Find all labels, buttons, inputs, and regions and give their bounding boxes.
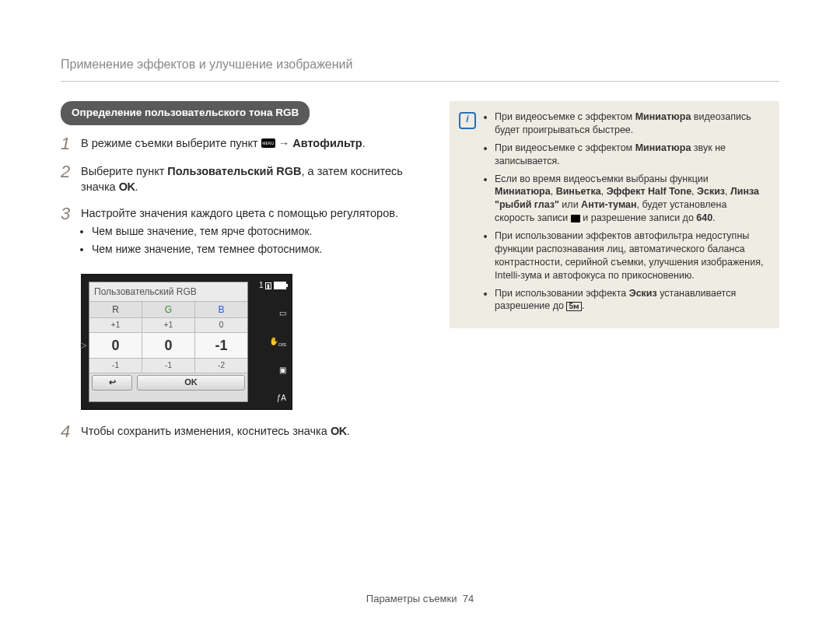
ok-glyph: OK <box>119 180 135 193</box>
sd-icon: ▮ <box>265 282 271 289</box>
b: Миниатюра <box>635 111 691 122</box>
note-item: При использовании эффекта Эскиз устанавл… <box>495 287 768 313</box>
lcd-side-icons: 1 ▮ ▭ ✋OIS ▣ ƒA <box>252 282 286 402</box>
t: , <box>691 186 697 197</box>
val: -1 <box>142 359 195 373</box>
rgb-panel: Пользовательcкий RGB R G B +1 +1 0 ▷ 0 0… <box>89 282 248 402</box>
ok-button[interactable]: OK <box>137 375 245 391</box>
arrow: → <box>278 137 293 149</box>
b: 640 <box>696 212 712 223</box>
b: Анти-туман <box>581 199 636 210</box>
card-battery: 1 ▮ <box>252 282 286 289</box>
rgb-row-down: -1 -1 -2 <box>89 358 247 373</box>
t: При видеосъемке с эффектом <box>495 111 635 122</box>
note-item: Если во время видеосъемки выбраны функци… <box>495 173 768 226</box>
panel-title: Пользовательcкий RGB <box>89 282 247 301</box>
step-number: 3 <box>61 205 81 223</box>
footer-page: 74 <box>463 593 474 604</box>
left-column: Определение пользовательского тона RGB 1… <box>61 101 418 452</box>
info-icon: i <box>459 112 476 129</box>
rgb-header: R G B <box>89 301 247 317</box>
note-box: i При видеосъемке с эффектом Миниатюра в… <box>450 101 779 328</box>
b: Миниатюра <box>635 142 691 153</box>
bullet: Чем ниже значение, тем темнее фотоснимок… <box>92 242 418 257</box>
flash-icon: ƒA <box>252 394 286 402</box>
note-list: При видеосъемке с эффектом Миниатюра вид… <box>482 110 768 313</box>
step-1: 1 В режиме съемки выберите пункт MENU → … <box>61 136 418 153</box>
step-body: Выберите пункт Пользовательский RGB, а з… <box>81 164 418 194</box>
text: . <box>135 180 138 193</box>
text: В режиме съемки выберите пункт <box>81 137 261 149</box>
t: , <box>551 186 556 197</box>
val[interactable]: -1 <box>195 333 247 358</box>
focus-icon: ▣ <box>252 366 286 374</box>
step-body: В режиме съемки выберите пункт MENU → Ав… <box>81 136 418 152</box>
t: . <box>582 300 584 311</box>
ok-glyph: OK <box>331 425 347 437</box>
step-3: 3 Настройте значения каждого цвета с пом… <box>61 206 418 260</box>
caret-icon: ▷ <box>80 333 86 358</box>
steps-list: 1 В режиме съемки выберите пункт MENU → … <box>61 136 418 441</box>
col-b: B <box>195 302 247 317</box>
back-button[interactable]: ↩ <box>92 375 132 391</box>
rec-speed-icon <box>571 215 580 222</box>
val: +1 <box>142 318 195 332</box>
step-2: 2 Выберите пункт Пользовательский RGB, а… <box>61 164 418 194</box>
col-g: G <box>142 302 195 317</box>
val: -2 <box>195 359 247 373</box>
battery-icon <box>274 282 286 289</box>
t: , <box>725 186 730 197</box>
bold: Пользовательский RGB <box>167 165 301 177</box>
val[interactable]: 0 <box>142 333 195 358</box>
t: При использовании эффекта <box>495 288 629 299</box>
page-footer: Параметры съемки 74 <box>0 592 840 606</box>
val[interactable]: 0 <box>89 333 142 358</box>
rgb-row-up: +1 +1 0 <box>89 317 247 332</box>
resolution-glyph: 5ᴍ <box>566 302 582 311</box>
b: Виньетка <box>556 186 601 197</box>
aspect-icon: ▭ <box>252 310 286 317</box>
note-item: При видеосъемке с эффектом Миниатюра вид… <box>495 110 768 137</box>
step-4: 4 Чтобы сохранить изменения, коснитесь з… <box>61 424 418 441</box>
ois-icon: ✋OIS <box>252 338 286 347</box>
target-label: Автофильтр <box>292 137 362 149</box>
t: . <box>712 212 715 223</box>
col-r: R <box>89 302 142 317</box>
section-pill: Определение пользовательского тона RGB <box>61 101 310 125</box>
text: Настройте значения каждого цвета с помощ… <box>81 207 398 219</box>
header-title: Применение эффектов и улучшение изображе… <box>61 58 352 71</box>
menu-icon: MENU <box>261 138 275 148</box>
note-item: При видеосъемке с эффектом Миниатюра зву… <box>495 142 768 168</box>
t: При видеосъемке с эффектом <box>495 142 635 153</box>
text: Выберите пункт <box>81 165 167 177</box>
rgb-row-main: ▷ 0 0 -1 <box>89 332 247 358</box>
footer-section: Параметры съемки <box>366 593 457 604</box>
step-body: Настройте значения каждого цвета с помощ… <box>81 206 418 260</box>
t: Если во время видеосъемки выбраны функци… <box>495 173 709 184</box>
note-item: При использовании эффектов автофильтра н… <box>495 229 768 282</box>
lcd-preview: Пользовательcкий RGB R G B +1 +1 0 ▷ 0 0… <box>81 274 292 410</box>
t: и разрешение записи до <box>580 212 696 223</box>
text: . <box>347 425 350 437</box>
val: +1 <box>89 318 142 332</box>
b: Эффект Half Tone <box>607 186 691 197</box>
page-header: Применение эффектов и улучшение изображе… <box>61 56 779 82</box>
text: . <box>362 137 366 149</box>
val: 0 <box>195 318 247 332</box>
step-number: 1 <box>61 135 81 153</box>
t: , <box>601 186 607 197</box>
step-number: 2 <box>61 163 81 181</box>
t: или <box>559 199 581 210</box>
sub-bullets: Чем выше значение, тем ярче фотоснимок. … <box>81 224 418 257</box>
step-body: Чтобы сохранить изменения, коснитесь зна… <box>81 424 418 440</box>
step-number: 4 <box>61 422 81 441</box>
val: -1 <box>89 359 142 373</box>
text: Чтобы сохранить изменения, коснитесь зна… <box>81 425 331 437</box>
b: Эскиз <box>629 288 657 299</box>
right-column: i При видеосъемке с эффектом Миниатюра в… <box>450 101 779 328</box>
bullet: Чем выше значение, тем ярче фотоснимок. <box>92 224 418 239</box>
b: Миниатюра <box>495 186 551 197</box>
panel-bottom: ↩ OK <box>89 373 247 392</box>
card-count: 1 <box>259 281 264 289</box>
b: Эскиз <box>697 186 725 197</box>
